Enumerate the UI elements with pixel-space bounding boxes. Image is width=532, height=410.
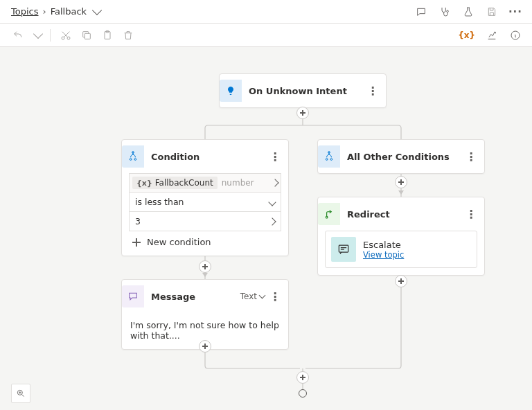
svg-point-11 (330, 159, 332, 161)
node-menu[interactable]: ⋮ (267, 150, 283, 163)
add-node-button[interactable] (199, 260, 211, 273)
redirect-node[interactable]: Redirect ⋮ Escalate View topic (317, 197, 485, 276)
message-node[interactable]: Message Text ⋮ I'm sorry, I'm not sure h… (121, 279, 289, 350)
message-icon (122, 285, 144, 308)
svg-point-10 (326, 159, 328, 161)
redirect-target-card[interactable]: Escalate View topic (325, 231, 477, 268)
redirect-target-name: Escalate (363, 240, 404, 250)
condition-title: Condition (144, 152, 267, 162)
breadcrumb-separator: › (42, 6, 46, 17)
condition-value: 3 (135, 216, 141, 226)
end-node (299, 389, 307, 398)
variable-braces-icon: {x} (136, 179, 152, 188)
more-menu[interactable]: ··· (508, 6, 522, 17)
node-menu[interactable]: ⋮ (267, 290, 283, 303)
lightbulb-icon (220, 80, 242, 102)
condition-node[interactable]: Condition ⋮ {x} FallbackCount number is … (121, 139, 289, 256)
plus-icon (132, 238, 141, 247)
branch-icon (318, 145, 340, 168)
node-menu[interactable]: ⋮ (463, 208, 479, 221)
add-condition-button[interactable]: New condition (129, 231, 281, 249)
info-icon[interactable] (508, 28, 522, 42)
save-icon[interactable] (485, 5, 499, 19)
add-node-button[interactable] (296, 371, 309, 384)
redirect-title: Redirect (340, 209, 463, 220)
paste-icon[interactable] (100, 28, 114, 42)
authoring-canvas[interactable]: On Unknown Intent ⋮ Condition ⋮ {x} Fall… (0, 47, 532, 410)
add-node-button[interactable] (199, 340, 211, 353)
other-conditions-node[interactable]: All Other Conditions ⋮ (317, 139, 485, 174)
chevron-right-icon (271, 179, 278, 186)
undo-menu-chevron-icon[interactable] (33, 28, 43, 38)
svg-rect-14 (339, 245, 348, 252)
branch-icon (122, 145, 144, 168)
analytics-icon[interactable] (485, 28, 499, 42)
variable-chip: {x} FallbackCount (132, 177, 218, 189)
breadcrumb: Topics › Fallback (11, 6, 100, 17)
copy-icon[interactable] (80, 28, 94, 42)
delete-icon[interactable] (121, 28, 135, 42)
view-topic-link[interactable]: View topic (363, 250, 404, 260)
add-node-button[interactable] (395, 275, 407, 287)
variable-name: FallbackCount (155, 178, 213, 188)
arrow-icon (202, 273, 208, 277)
other-conditions-title: All Other Conditions (340, 152, 463, 162)
condition-value-row[interactable]: 3 (129, 212, 281, 231)
svg-point-0 (447, 10, 449, 12)
redirect-icon (318, 203, 340, 225)
message-title: Message (144, 292, 240, 302)
arrow-icon (398, 190, 404, 195)
topic-icon (331, 237, 356, 262)
add-node-button[interactable] (296, 107, 309, 119)
cut-icon[interactable] (59, 28, 73, 42)
svg-rect-3 (85, 33, 90, 39)
node-menu[interactable]: ⋮ (463, 150, 479, 163)
message-format-dropdown[interactable]: Text (240, 292, 265, 301)
chevron-down-icon (268, 198, 276, 206)
svg-point-7 (130, 159, 132, 161)
toolbar-separator (50, 29, 51, 42)
variable-icon[interactable]: {x} (458, 30, 475, 40)
chevron-down-icon[interactable] (92, 5, 102, 15)
chevron-right-icon (268, 217, 276, 225)
condition-operator: is less than (135, 197, 184, 207)
undo-icon[interactable] (11, 28, 25, 42)
breadcrumb-root-link[interactable]: Topics (11, 6, 38, 17)
add-condition-label: New condition (147, 237, 211, 247)
svg-point-13 (326, 216, 328, 218)
condition-operator-row[interactable]: is less than (129, 193, 281, 212)
trigger-node[interactable]: On Unknown Intent ⋮ (219, 73, 387, 108)
stethoscope-icon[interactable] (438, 5, 452, 19)
svg-point-8 (134, 159, 136, 161)
zoom-button[interactable] (11, 384, 30, 403)
message-format-label: Text (240, 292, 257, 301)
node-menu[interactable]: ⋮ (365, 84, 380, 98)
variable-type: number (222, 178, 254, 188)
beaker-icon[interactable] (461, 5, 475, 19)
breadcrumb-current: Fallback (51, 6, 87, 17)
condition-variable-row[interactable]: {x} FallbackCount number (129, 173, 281, 193)
trigger-title: On Unknown Intent (242, 86, 365, 96)
chat-icon[interactable] (414, 5, 428, 19)
add-node-button[interactable] (395, 176, 407, 188)
chevron-down-icon (259, 292, 266, 298)
